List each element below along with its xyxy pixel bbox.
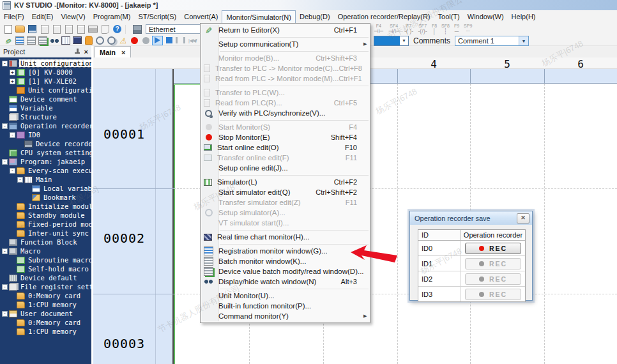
stopwatch-icon[interactable] bbox=[95, 36, 105, 45]
menu-item[interactable]: Unit Monitor(U)... ▶ bbox=[201, 291, 370, 301]
tree-item[interactable]: Structure bbox=[0, 112, 91, 121]
tree-item[interactable]: - File register settin bbox=[0, 282, 91, 291]
expand-toggle-icon[interactable]: + bbox=[10, 79, 15, 84]
tree-item[interactable]: Device comment bbox=[0, 95, 91, 103]
comment-select-combo[interactable]: Comment 1 ▼ bbox=[455, 36, 529, 46]
menu-item[interactable]: Registration monitor window(G)... ▶ bbox=[201, 246, 370, 256]
close-icon[interactable]: × bbox=[121, 49, 125, 56]
menu-item[interactable]: Start online edit(O) F10 ▶ bbox=[201, 142, 370, 153]
menu-item[interactable]: Transfer to PLC -> Monitor mode(C)... Ct… bbox=[201, 63, 370, 73]
tree-item[interactable]: Inter-unit sync m bbox=[0, 229, 91, 238]
menu-item[interactable]: VT simulator start(I)... ▶ bbox=[201, 218, 370, 228]
tree-item[interactable]: Fixed-period modu bbox=[0, 220, 91, 229]
line-f8-icon[interactable]: F8 │ bbox=[432, 24, 437, 34]
grid-monitor-icon[interactable] bbox=[60, 36, 71, 45]
menu-window[interactable]: Window(W) bbox=[464, 10, 508, 23]
coil-sf7-icon[interactable]: SF7 -(/)- bbox=[418, 24, 427, 34]
export-icon[interactable] bbox=[51, 24, 62, 34]
menu-file[interactable]: File(F) bbox=[0, 10, 28, 23]
replay-rewind-icon[interactable] bbox=[187, 36, 197, 45]
ladder-display-combo[interactable]: ▼ bbox=[374, 36, 409, 46]
menu-debug[interactable]: Debug(D) bbox=[296, 10, 334, 23]
batch-monitor-icon[interactable] bbox=[26, 36, 36, 45]
tree-item[interactable]: Device recorde bbox=[0, 139, 91, 148]
rec-button[interactable]: REC bbox=[465, 273, 521, 285]
tree-item[interactable]: Local variab bbox=[0, 184, 91, 193]
tree-item[interactable]: Subroutine macro bbox=[0, 255, 91, 264]
menu-item[interactable]: Monitor mode(B)... Ctrl+Shift+F3 ▶ bbox=[201, 53, 370, 63]
tree-item[interactable]: Variable bbox=[0, 103, 91, 112]
menu-operation-recorder[interactable]: Operation recorder/Replay(R) bbox=[334, 10, 434, 23]
tree-item[interactable]: Bookmark bbox=[0, 193, 91, 202]
menu-item[interactable]: Command monitor(Y) ▶ bbox=[201, 311, 370, 321]
copy-icon[interactable] bbox=[63, 24, 74, 34]
menu-st-script[interactable]: ST/Script(S) bbox=[134, 10, 180, 23]
dialog-title-bar[interactable]: Operation recorder save ✕ bbox=[410, 211, 532, 225]
watch-window-icon[interactable] bbox=[49, 36, 59, 45]
replay-pause-icon[interactable] bbox=[175, 36, 186, 45]
expand-toggle-icon[interactable]: - bbox=[2, 159, 8, 165]
menu-convert[interactable]: Convert(A) bbox=[180, 10, 222, 23]
menu-edit[interactable]: Edit(E) bbox=[28, 10, 57, 23]
menu-item[interactable]: Transfer to PLC(W)... ▶ bbox=[201, 87, 370, 98]
menu-item[interactable]: Batch monitor window(K)... ▶ bbox=[201, 256, 370, 266]
occupation-icon[interactable] bbox=[83, 36, 94, 45]
close-icon[interactable]: × bbox=[84, 49, 88, 55]
menu-item[interactable]: Return to Editor(X) Ctrl+F1 ▶ bbox=[201, 25, 370, 35]
print-preview-icon[interactable] bbox=[100, 24, 110, 34]
menu-item[interactable]: Read from PLC -> Monitor mode(M)... Ctrl… bbox=[201, 73, 370, 84]
tree-item[interactable]: 0:Memory card bbox=[0, 318, 91, 327]
menu-item[interactable]: Display/hide watch window(N) Alt+3 ▶ bbox=[201, 277, 370, 287]
expand-toggle-icon[interactable]: + bbox=[10, 70, 15, 75]
line-sf8-icon[interactable]: SF8 ┆ bbox=[441, 24, 450, 34]
replay-play-icon[interactable] bbox=[152, 36, 163, 45]
menu-item[interactable]: Start Monitor(S) F4 ▶ bbox=[201, 122, 370, 132]
line-f9-icon[interactable]: F9 ─ bbox=[454, 24, 459, 34]
menu-item[interactable]: Verify with PLC/synchronize(V)... ▶ bbox=[201, 108, 370, 118]
menu-monitor-simulator[interactable]: Monitor/Simulator(N) bbox=[222, 10, 295, 23]
record-icon[interactable] bbox=[129, 36, 140, 45]
record-off-icon[interactable] bbox=[141, 36, 151, 45]
open-project-icon[interactable] bbox=[15, 24, 26, 34]
expand-toggle-icon[interactable]: - bbox=[17, 177, 23, 183]
stopwatch-log-icon[interactable] bbox=[106, 36, 117, 45]
tree-item[interactable]: - Macro bbox=[0, 246, 91, 255]
menu-item[interactable]: Transfer simulator edit(Z) F11 ▶ bbox=[201, 197, 370, 208]
tree-item[interactable]: 1:CPU memory bbox=[0, 327, 91, 336]
tree-item[interactable]: + [0] KV-8000 bbox=[0, 68, 91, 77]
menu-item[interactable]: Read from PLC(R)... Ctrl+F5 ▶ bbox=[201, 98, 370, 108]
menu-program[interactable]: Program(M) bbox=[89, 10, 135, 23]
print-icon[interactable] bbox=[88, 24, 98, 34]
paste-icon[interactable] bbox=[75, 24, 86, 34]
expand-toggle-icon[interactable]: - bbox=[2, 284, 8, 290]
plc-comm-icon[interactable] bbox=[132, 24, 142, 34]
menu-item[interactable]: Start simulator edit(Q) Ctrl+Shift+F2 ▶ bbox=[201, 187, 370, 197]
monitor-warning-icon[interactable] bbox=[118, 36, 128, 45]
rec-button[interactable]: REC bbox=[465, 289, 521, 300]
unit-monitor-icon[interactable] bbox=[72, 36, 82, 45]
help-icon[interactable] bbox=[112, 24, 123, 34]
coil-f7-icon[interactable]: F7 -( )- bbox=[404, 24, 414, 34]
tree-item[interactable]: Initialize module bbox=[0, 202, 91, 211]
expand-toggle-icon[interactable]: - bbox=[10, 132, 15, 138]
close-icon[interactable]: ✕ bbox=[517, 213, 529, 224]
tree-item[interactable]: + [1] KV-XLE02 bbox=[0, 77, 91, 86]
menu-item[interactable]: Setup communication(T) ▶ bbox=[201, 39, 370, 49]
new-file-icon[interactable] bbox=[3, 24, 13, 34]
tree-item[interactable]: Standby module bbox=[0, 211, 91, 220]
menu-item[interactable]: Setup online edit(J)... ▶ bbox=[201, 163, 370, 173]
menu-item[interactable]: Device value batch modify/read window(D)… bbox=[201, 266, 370, 277]
expand-toggle-icon[interactable]: - bbox=[2, 123, 8, 129]
replay-stop-icon[interactable] bbox=[164, 36, 174, 45]
expand-toggle-icon[interactable]: - bbox=[10, 168, 15, 174]
tree-item[interactable]: - Program: jakaeip bbox=[0, 157, 91, 166]
tree-item[interactable]: - Operation recorder s bbox=[0, 121, 91, 130]
tree-item[interactable]: - Main bbox=[0, 175, 91, 184]
rec-button[interactable]: REC bbox=[465, 243, 521, 254]
tree-item[interactable]: CPU system setting bbox=[0, 148, 91, 157]
menu-item[interactable]: Simulator(L) Ctrl+F2 ▶ bbox=[201, 177, 370, 187]
menu-item[interactable]: Stop Monitor(E) Shift+F4 ▶ bbox=[201, 132, 370, 142]
save-project-icon[interactable] bbox=[27, 24, 38, 34]
contact-f4-icon[interactable]: F4 ⊣⊢ bbox=[374, 24, 384, 34]
tree-item[interactable]: - User document bbox=[0, 309, 91, 318]
